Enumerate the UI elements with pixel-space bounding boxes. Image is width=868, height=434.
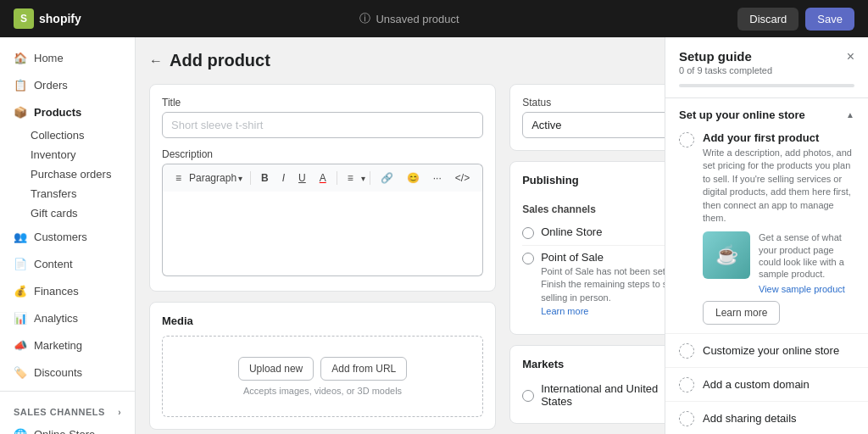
analytics-icon: 📊 xyxy=(14,311,27,325)
sidebar-item-products[interactable]: 📦 Products xyxy=(0,98,135,125)
sales-channels-label: Sales channels xyxy=(14,407,105,417)
pos-info: Point of Sale Point of Sale has not been… xyxy=(541,251,665,317)
setup-item-customize[interactable]: Customize your online store xyxy=(665,333,868,367)
sales-channels-expand[interactable]: › xyxy=(118,408,121,417)
upload-new-button[interactable]: Upload new xyxy=(238,357,314,381)
publishing-title: Publishing xyxy=(522,174,578,186)
sidebar-label-discounts: Discounts xyxy=(34,366,82,379)
publishing-header: Publishing ⋯ xyxy=(522,174,665,195)
sidebar-item-home[interactable]: 🏠 Home xyxy=(0,44,135,71)
page-header: ← Add product xyxy=(149,51,651,70)
pos-desc: Point of Sale has not been set up. Finis… xyxy=(541,265,665,304)
unsaved-label: Unsaved product xyxy=(376,13,459,25)
online-store-radio[interactable] xyxy=(522,227,534,239)
view-sample-product-link[interactable]: View sample product xyxy=(759,284,854,294)
toolbar-underline-button[interactable]: U xyxy=(292,170,312,186)
content-main: Title Description ≡ Paragraph ▾ B I xyxy=(149,84,496,434)
setup-guide-panel: Setup guide 0 of 9 tasks completed × Set… xyxy=(665,37,868,434)
toolbar-italic-button[interactable]: I xyxy=(276,170,291,186)
sidebar-label-finances: Finances xyxy=(34,285,79,298)
setup-item-custom-domain[interactable]: Add a custom domain xyxy=(665,367,868,401)
toolbar-paragraph-dropdown[interactable]: ≡ xyxy=(170,170,187,186)
toolbar-bold-button[interactable]: B xyxy=(255,170,275,186)
toolbar-emoji-button[interactable]: 😊 xyxy=(401,170,426,186)
sidebar-item-content[interactable]: 📄 Content xyxy=(0,250,135,277)
first-product-title[interactable]: Add your first product xyxy=(703,131,854,144)
sidebar-item-customers[interactable]: 👥 Customers xyxy=(0,223,135,250)
products-icon: 📦 xyxy=(14,105,27,119)
content-side: Status Active Draft Publishing ⋯ Sales c… xyxy=(509,84,665,434)
setup-section-online-store-title: Set up your online store xyxy=(679,108,805,121)
back-button[interactable]: ← xyxy=(149,53,163,69)
markets-title: Markets xyxy=(522,358,665,370)
sidebar-section-sales-channels: Sales channels › xyxy=(0,397,135,420)
title-input[interactable] xyxy=(162,112,483,138)
topbar: S shopify ⓘ Unsaved product Discard Save xyxy=(0,0,868,37)
toolbar-paragraph-label: ≡ xyxy=(175,172,181,184)
title-description-card: Title Description ≡ Paragraph ▾ B I xyxy=(149,84,496,292)
setup-section-online-store-header[interactable]: Set up your online store ▲ xyxy=(665,98,868,131)
media-card: Media Upload new Add from URL Accepts im… xyxy=(149,302,496,430)
discard-button[interactable]: Discard xyxy=(737,8,798,31)
sidebar-item-analytics[interactable]: 📊 Analytics xyxy=(0,304,135,331)
product-preview-desc: Get a sense of what your product page co… xyxy=(759,231,854,280)
setup-guide-title: Setup guide xyxy=(679,49,772,64)
online-store-chevron-icon: ▲ xyxy=(846,110,854,120)
sidebar-label-analytics: Analytics xyxy=(34,312,78,325)
setup-guide-title-wrap: Setup guide 0 of 9 tasks completed xyxy=(679,49,772,75)
shopify-logo-icon: S xyxy=(14,8,34,29)
online-store-info: Online Store xyxy=(541,225,665,238)
description-textarea[interactable] xyxy=(162,192,483,276)
setup-section-online-store: Set up your online store ▲ Add your firs… xyxy=(665,97,868,434)
content-icon: 📄 xyxy=(14,257,27,270)
sidebar-item-online-store[interactable]: 🌐 Online Store xyxy=(0,420,135,434)
sidebar-item-finances[interactable]: 💰 Finances xyxy=(0,277,135,304)
toolbar-link-button[interactable]: 🔗 xyxy=(375,170,399,186)
sidebar-label-customers: Customers xyxy=(34,231,87,243)
sidebar-label-online-store: Online Store xyxy=(34,428,95,435)
setup-guide-close-button[interactable]: × xyxy=(847,49,854,64)
markets-card: Markets International and United States xyxy=(509,345,665,424)
content-area: ← Add product Title Description ≡ xyxy=(136,37,665,434)
market-radio[interactable] xyxy=(522,390,534,402)
sidebar-divider-1 xyxy=(0,391,135,392)
toolbar-align-button[interactable]: ≡ xyxy=(342,170,359,186)
sidebar-sub-gift-cards[interactable]: Gift cards xyxy=(0,203,135,223)
title-label: Title xyxy=(162,97,483,108)
save-button[interactable]: Save xyxy=(805,8,854,31)
sidebar-sub-inventory[interactable]: Inventory xyxy=(0,145,135,164)
pos-learn-more-link[interactable]: Learn more xyxy=(541,306,588,316)
sidebar-sub-purchase-orders[interactable]: Purchase orders xyxy=(0,164,135,184)
status-select[interactable]: Active Draft xyxy=(522,112,665,138)
pos-name: Point of Sale xyxy=(541,251,665,264)
customers-icon: 👥 xyxy=(14,230,27,243)
add-from-url-button[interactable]: Add from URL xyxy=(320,357,407,381)
sidebar-item-orders[interactable]: 📋 Orders xyxy=(0,71,135,98)
sidebar-label-products: Products xyxy=(34,106,81,119)
status-card: Status Active Draft xyxy=(509,84,665,151)
toolbar-code-button[interactable]: </> xyxy=(449,170,476,186)
discounts-icon: 🏷️ xyxy=(14,365,27,379)
topbar-actions: Discard Save xyxy=(737,8,854,31)
content-cols: Title Description ≡ Paragraph ▾ B I xyxy=(149,84,651,434)
sidebar-item-discounts[interactable]: 🏷️ Discounts xyxy=(0,359,135,386)
sidebar-sub-transfers[interactable]: Transfers xyxy=(0,184,135,203)
product-preview-image: ☕ xyxy=(703,231,750,279)
setup-item-sharing-details[interactable]: Add sharing details xyxy=(665,401,868,434)
sidebar-item-marketing[interactable]: 📣 Marketing xyxy=(0,331,135,359)
first-product-circle-icon xyxy=(679,132,694,147)
toolbar-more-button[interactable]: ··· xyxy=(427,170,448,186)
toolbar-color-button[interactable]: A xyxy=(314,170,332,186)
topbar-left: S shopify xyxy=(14,8,81,29)
setup-item-first-product: Add your first product Write a descripti… xyxy=(665,131,868,333)
learn-more-button[interactable]: Learn more xyxy=(703,301,780,325)
orders-icon: 📋 xyxy=(14,78,27,92)
channel-pos: Point of Sale Point of Sale has not been… xyxy=(522,246,665,322)
media-upload-area: Upload new Add from URL Accepts images, … xyxy=(162,336,483,417)
online-store-icon: 🌐 xyxy=(14,427,27,434)
setup-guide-header: Setup guide 0 of 9 tasks completed × xyxy=(665,37,868,84)
sidebar-sub-collections[interactable]: Collections xyxy=(0,125,135,145)
toolbar-separator-1 xyxy=(250,171,251,185)
unsaved-icon: ⓘ xyxy=(359,11,370,26)
pos-radio[interactable] xyxy=(522,253,534,264)
